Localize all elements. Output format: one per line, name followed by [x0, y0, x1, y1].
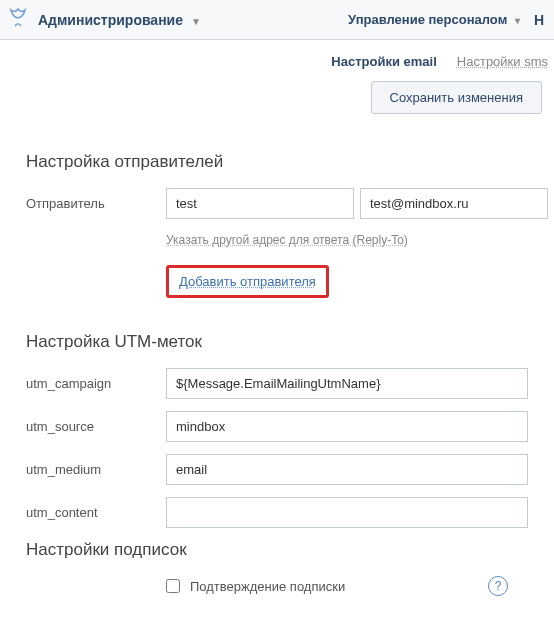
sender-row: Отправитель — [26, 188, 528, 219]
save-row: Сохранить изменения — [0, 77, 554, 132]
topbar-cut-text: Н — [524, 12, 544, 28]
utm-label: utm_medium — [26, 462, 166, 477]
tab-sms-settings[interactable]: Настройки sms — [457, 54, 548, 69]
content: Настройка отправителей Отправитель Указа… — [0, 132, 554, 626]
subscription-confirm-checkbox[interactable] — [166, 579, 180, 593]
utm-content-input[interactable] — [166, 497, 528, 528]
sender-email-input[interactable] — [360, 188, 548, 219]
utm-source-input[interactable] — [166, 411, 528, 442]
add-sender-link[interactable]: Добавить отправителя — [179, 274, 316, 289]
utm-row-medium: utm_medium — [26, 454, 528, 485]
topbar-right: Управление персоналом ▾ Н — [348, 12, 544, 28]
section-utm-title: Настройка UTM-меток — [26, 332, 528, 352]
section-subscriptions-title: Настройки подписок — [26, 540, 528, 560]
tabs-row: Настройки email Настройки sms — [0, 40, 554, 77]
topbar-left: Администрирование ▼ — [6, 6, 201, 33]
save-button[interactable]: Сохранить изменения — [371, 81, 543, 114]
utm-label: utm_campaign — [26, 376, 166, 391]
utm-row-campaign: utm_campaign — [26, 368, 528, 399]
utm-row-content: utm_content — [26, 497, 528, 528]
utm-campaign-input[interactable] — [166, 368, 528, 399]
tab-email-settings[interactable]: Настройки email — [331, 54, 436, 69]
admin-menu[interactable]: Администрирование ▼ — [38, 12, 201, 28]
admin-label: Администрирование — [38, 12, 183, 28]
chevron-down-icon: ▾ — [511, 15, 520, 26]
utm-row-source: utm_source — [26, 411, 528, 442]
utm-medium-input[interactable] — [166, 454, 528, 485]
sender-fields — [166, 188, 548, 219]
reply-to-link[interactable]: Указать другой адрес для ответа (Reply-T… — [166, 233, 408, 247]
personnel-label: Управление персоналом — [348, 12, 507, 27]
help-icon[interactable]: ? — [488, 576, 508, 596]
subscription-confirm-label: Подтверждение подписки — [190, 579, 345, 594]
chevron-down-icon: ▼ — [187, 16, 201, 27]
utm-label: utm_source — [26, 419, 166, 434]
topbar: Администрирование ▼ Управление персонало… — [0, 0, 554, 40]
section-senders-title: Настройка отправителей — [26, 152, 528, 172]
personnel-menu[interactable]: Управление персоналом ▾ — [348, 12, 520, 27]
sender-label: Отправитель — [26, 196, 166, 211]
logo-icon — [6, 6, 30, 33]
subscription-confirm-row: Подтверждение подписки ? — [166, 576, 528, 596]
sender-name-input[interactable] — [166, 188, 354, 219]
utm-label: utm_content — [26, 505, 166, 520]
add-sender-highlight: Добавить отправителя — [166, 265, 329, 298]
